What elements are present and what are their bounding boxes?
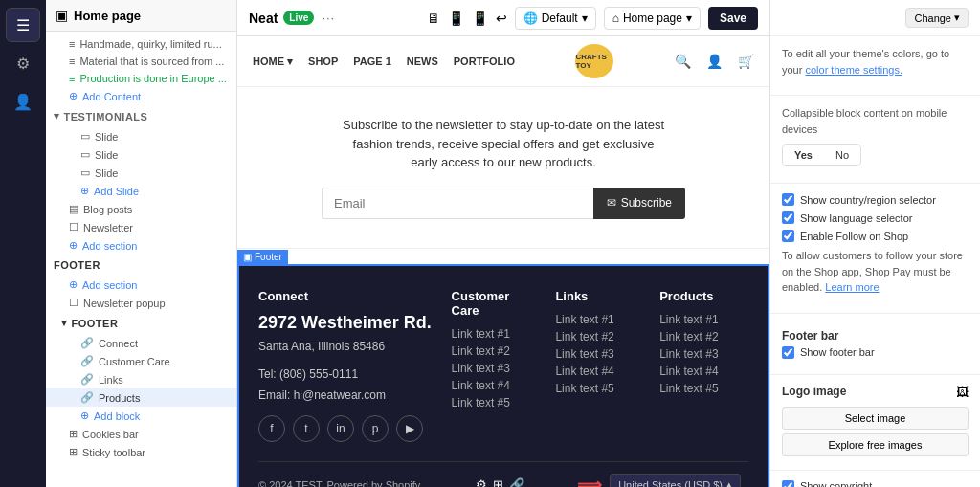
- prod-link-1[interactable]: Link text #1: [659, 313, 748, 326]
- twitter-icon[interactable]: t: [293, 415, 320, 442]
- newsletter-item[interactable]: ☐ Newsletter: [46, 218, 236, 236]
- footer-bottom: © 2024 TEST. Powered by Shopify. ⚙ ⊞ 🔗 ⟹: [258, 461, 748, 487]
- select-image-btn[interactable]: Select image: [782, 407, 969, 430]
- link-1[interactable]: Link text #1: [555, 313, 644, 326]
- footer-top: Connect 2972 Westheimer Rd. Santa Ana, I…: [258, 289, 748, 443]
- cc-link-5[interactable]: Link text #5: [452, 396, 541, 410]
- customer-care-item[interactable]: 🔗 Customer Care: [46, 352, 236, 370]
- color-theme-link[interactable]: color theme settings.: [805, 64, 902, 76]
- no-btn[interactable]: No: [824, 145, 860, 165]
- sticky-toolbar-item[interactable]: ⊞ Sticky toolbar: [46, 443, 236, 461]
- cookies-bar-item[interactable]: ⊞ Cookies bar: [46, 425, 236, 443]
- collapsible-section: Collapsible block content on mobile devi…: [770, 96, 980, 184]
- subscribe-button[interactable]: ✉ Subscribe: [593, 188, 685, 219]
- toolbar-settings-icon[interactable]: ⚙: [6, 46, 40, 80]
- change-button[interactable]: Change ▾: [905, 8, 969, 28]
- link-icon[interactable]: 🔗: [509, 477, 524, 487]
- slide-item-1[interactable]: ▭ Slide: [46, 127, 236, 145]
- prod-link-4[interactable]: Link text #4: [659, 365, 748, 378]
- email-input[interactable]: [322, 188, 593, 219]
- device-icon-3[interactable]: 📱: [472, 11, 488, 26]
- footer-section-header[interactable]: Footer: [46, 255, 236, 276]
- edit-colors-section: To edit all your theme's colors, go to y…: [770, 36, 980, 96]
- show-footer-bar-checkbox[interactable]: [782, 346, 794, 359]
- youtube-icon[interactable]: ▶: [396, 415, 423, 442]
- cc-link-2[interactable]: Link text #2: [452, 344, 541, 358]
- products-item[interactable]: 🔗 Products: [46, 388, 236, 407]
- link-3[interactable]: Link text #3: [555, 347, 644, 361]
- blog-icon: ▤: [69, 203, 78, 215]
- device-icon-2[interactable]: 📱: [448, 11, 464, 26]
- newsletter-popup-item[interactable]: ☐ Newsletter popup: [46, 294, 236, 312]
- facebook-icon[interactable]: f: [258, 415, 285, 442]
- slide-item-2[interactable]: ▭ Slide: [46, 145, 236, 164]
- footer-icon: ▣: [243, 252, 252, 262]
- language-selector-checkbox[interactable]: [782, 211, 794, 224]
- follow-on-shop-checkbox[interactable]: [782, 230, 794, 242]
- prod-link-2[interactable]: Link text #2: [659, 330, 748, 343]
- homepage-label: Home page: [623, 11, 682, 25]
- learn-more-link[interactable]: Learn more: [825, 281, 879, 293]
- instagram-icon[interactable]: in: [327, 415, 354, 442]
- search-icon[interactable]: 🔍: [675, 54, 691, 69]
- brand-name: Neat: [249, 11, 278, 26]
- add-section-btn-2[interactable]: ⊕ Add section: [46, 276, 236, 294]
- show-copyright-checkbox[interactable]: [782, 480, 794, 488]
- prod-link-5[interactable]: Link text #5: [659, 382, 748, 395]
- undo-btn[interactable]: ↩: [496, 11, 507, 26]
- link-4[interactable]: Link text #4: [555, 365, 644, 378]
- prod-link-3[interactable]: Link text #3: [659, 347, 748, 361]
- add-slide-btn[interactable]: ⊕ Add Slide: [46, 182, 236, 200]
- footer-connect-col: Connect 2972 Westheimer Rd. Santa Ana, I…: [258, 289, 436, 443]
- live-badge: Live: [283, 11, 314, 25]
- slide-item-3[interactable]: ▭ Slide: [46, 164, 236, 182]
- add-block-btn[interactable]: ⊕ Add block: [46, 407, 236, 425]
- language-selector-label: Show language selector: [800, 212, 912, 224]
- country-region-label: Show country/region selector: [800, 194, 936, 206]
- copyright-section: Show copyright Show payments ⟸: [770, 471, 980, 488]
- tree-item-material[interactable]: ≡ Material that is sourced from ...: [46, 53, 236, 70]
- connect-item[interactable]: 🔗 Connect: [46, 334, 236, 352]
- tree-item-production[interactable]: ≡ Production is done in Europe ...: [46, 70, 236, 87]
- links-item[interactable]: 🔗 Links: [46, 370, 236, 388]
- save-button[interactable]: Save: [708, 7, 758, 30]
- home-icon: ⌂: [612, 11, 619, 25]
- footer-expand[interactable]: ▾ Footer: [46, 312, 236, 334]
- explore-images-btn[interactable]: Explore free images: [782, 433, 969, 456]
- logo-image-section: Logo image 🖼 Select image Explore free i…: [770, 375, 980, 471]
- toolbar-users-icon[interactable]: 👤: [6, 84, 40, 119]
- add-section-btn-1[interactable]: ⊕ Add section: [46, 236, 236, 255]
- testimonials-section[interactable]: ▾ Testimonials: [46, 105, 236, 127]
- country-region-checkbox[interactable]: [782, 193, 794, 206]
- cc-link-3[interactable]: Link text #3: [452, 362, 541, 375]
- nav-home: HOME ▾: [253, 55, 293, 68]
- tree-item-handmade[interactable]: ≡ Handmade, quirky, limited ru...: [46, 35, 236, 53]
- cc-link-1[interactable]: Link text #1: [452, 327, 541, 341]
- slide-icon: ▭: [80, 130, 90, 143]
- blog-posts-item[interactable]: ▤ Blog posts: [46, 200, 236, 218]
- collapsible-text: Collapsible block content on mobile devi…: [782, 105, 969, 137]
- link-2[interactable]: Link text #2: [555, 330, 644, 343]
- device-icon-1[interactable]: 🖥: [427, 11, 440, 26]
- text-icon: ≡: [69, 73, 75, 84]
- homepage-dropdown[interactable]: ⌂ Home page ▾: [604, 7, 701, 30]
- yes-btn[interactable]: Yes: [783, 145, 824, 165]
- main-area: Neat Live ··· 🖥 📱 📱 ↩ 🌐 Default ▾ ⌂ Home…: [237, 0, 769, 487]
- more-options-btn[interactable]: ···: [322, 11, 335, 25]
- canvas-wrapper: HOME ▾ SHOP PAGE 1 NEWS PORTFOLIO CRAFTS…: [237, 36, 769, 487]
- default-dropdown[interactable]: 🌐 Default ▾: [515, 7, 596, 30]
- link-5[interactable]: Link text #5: [555, 382, 644, 395]
- layout-icon[interactable]: ⊞: [493, 477, 503, 487]
- pinterest-icon[interactable]: p: [362, 415, 389, 442]
- link-icon: 🔗: [80, 337, 94, 349]
- cart-icon[interactable]: 🛒: [738, 54, 754, 69]
- account-icon[interactable]: 👤: [706, 54, 723, 69]
- footer-customer-care-col: Customer Care Link text #1 Link text #2 …: [452, 289, 541, 443]
- settings-icon[interactable]: ⚙: [476, 477, 487, 487]
- country-selector[interactable]: United States (USD $) ▴: [610, 474, 741, 487]
- top-bar-controls: 🖥 📱 📱 ↩ 🌐 Default ▾ ⌂ Home page ▾ Save: [427, 7, 758, 30]
- show-footer-bar-label: Show footer bar: [800, 346, 875, 358]
- toolbar-pages-icon[interactable]: ☰: [6, 8, 40, 42]
- cc-link-4[interactable]: Link text #4: [452, 379, 541, 392]
- add-content-btn[interactable]: ⊕ Add Content: [46, 87, 236, 105]
